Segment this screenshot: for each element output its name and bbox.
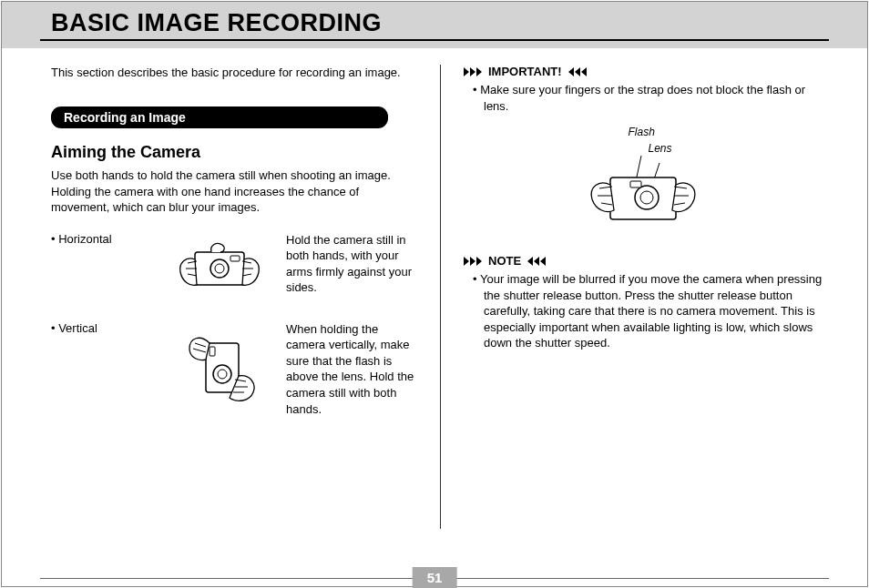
flash-lens-icon [565, 156, 729, 238]
arrow-left-icon [567, 67, 587, 76]
section-heading-pill: Recording an Image [51, 106, 388, 128]
footer-rule: 51 [40, 578, 829, 579]
flash-lens-diagram: Flash Lens [464, 123, 829, 238]
arrow-right-icon [464, 257, 483, 266]
page-footer: 51 [2, 578, 867, 579]
lens-label: Lens [649, 142, 672, 155]
arrow-left-icon [527, 257, 546, 266]
svg-point-2 [215, 264, 224, 273]
note-heading: NOTE [464, 254, 829, 268]
important-bullet: Make sure your fingers or the strap does… [484, 82, 829, 114]
page-number: 51 [413, 567, 457, 588]
svg-rect-13 [630, 181, 641, 188]
arrow-right-icon [464, 67, 483, 76]
svg-rect-7 [210, 347, 215, 356]
grip-horizontal-illustration [160, 232, 279, 305]
left-column: This section describes the basic procedu… [51, 65, 440, 529]
grip-row-vertical: • Vertical [51, 321, 417, 421]
note-bullet: Your image will be blurred if you move t… [484, 271, 829, 351]
title-bar: BASIC IMAGE RECORDING [2, 2, 867, 48]
svg-point-6 [218, 370, 227, 379]
important-label: IMPORTANT! [488, 65, 562, 78]
grip-table: • Horizontal [51, 232, 417, 421]
grip-row-horizontal: • Horizontal [51, 232, 417, 305]
camera-vertical-icon [169, 321, 270, 421]
aiming-paragraph: Use both hands to hold the camera still … [51, 167, 417, 216]
flash-label: Flash [629, 126, 655, 138]
important-list: Make sure your fingers or the strap does… [464, 82, 829, 114]
grip-horizontal-label: • Horizontal [51, 232, 160, 246]
subheading-aiming: Aiming the Camera [51, 143, 417, 162]
grip-vertical-desc: When holding the camera vertically, make… [279, 321, 417, 417]
note-list: Your image will be blurred if you move t… [464, 271, 829, 351]
camera-horizontal-icon [169, 232, 270, 305]
title-underline: BASIC IMAGE RECORDING [40, 9, 829, 41]
grip-vertical-illustration [160, 321, 279, 421]
grip-vertical-label: • Vertical [51, 321, 160, 335]
content-columns: This section describes the basic procedu… [2, 48, 867, 529]
intro-text: This section describes the basic procedu… [51, 65, 417, 81]
page-title: BASIC IMAGE RECORDING [40, 9, 829, 37]
grip-horizontal-desc: Hold the camera still in both hands, wit… [279, 232, 417, 296]
important-heading: IMPORTANT! [464, 65, 829, 78]
svg-point-12 [640, 191, 653, 204]
note-label: NOTE [488, 254, 521, 268]
svg-rect-3 [230, 256, 240, 261]
right-column: IMPORTANT! Make sure your fingers or the… [440, 65, 829, 529]
manual-page: BASIC IMAGE RECORDING This section descr… [1, 1, 868, 587]
